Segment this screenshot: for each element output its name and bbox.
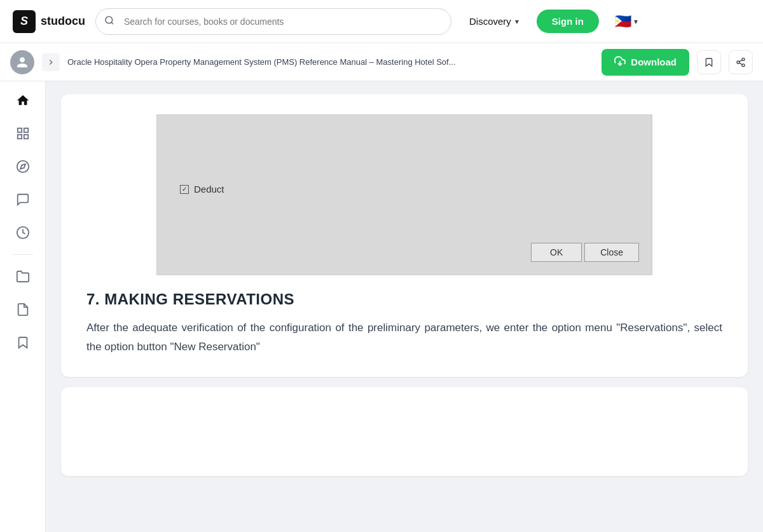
chevron-down-icon: ▾ bbox=[515, 17, 519, 26]
svg-point-4 bbox=[737, 61, 739, 64]
collapse-sidebar-button[interactable] bbox=[42, 53, 60, 71]
share-button[interactable] bbox=[729, 50, 753, 74]
dialog-empty-space bbox=[170, 200, 639, 238]
svg-point-3 bbox=[742, 58, 745, 60]
bookmark-button[interactable] bbox=[697, 50, 721, 74]
close-button[interactable]: Close bbox=[584, 243, 639, 262]
document-dialog-image: ✓ Deduct OK Close bbox=[156, 114, 652, 275]
sidebar-item-bookmarks[interactable] bbox=[9, 329, 37, 357]
deduct-checkbox[interactable]: ✓ bbox=[180, 185, 189, 194]
document-card-2 bbox=[61, 387, 748, 476]
section-body: After the adequate verification of the c… bbox=[86, 318, 722, 357]
svg-point-5 bbox=[742, 64, 745, 66]
sidebar-item-folders[interactable] bbox=[9, 263, 37, 290]
search-bar-container bbox=[95, 8, 451, 35]
sidebar-item-messages[interactable] bbox=[9, 186, 37, 214]
section-heading: 7. MAKING RESERVATIONS bbox=[86, 290, 722, 308]
svg-line-1 bbox=[111, 22, 113, 24]
logo-area[interactable]: S studocu bbox=[13, 10, 85, 33]
download-button[interactable]: Download bbox=[601, 49, 689, 76]
download-label: Download bbox=[631, 57, 677, 67]
main-content: ✓ Deduct OK Close 7. MAKING RESERVATIONS… bbox=[46, 81, 763, 532]
dialog-inner: ✓ Deduct OK Close bbox=[170, 128, 639, 262]
logo-icon: S bbox=[13, 10, 36, 33]
chevron-down-icon: ▾ bbox=[634, 17, 638, 26]
language-selector[interactable]: 🇵🇭 ▾ bbox=[609, 10, 643, 34]
sidebar-item-documents[interactable] bbox=[9, 296, 37, 324]
document-title: Oracle Hospitality Opera Property Manage… bbox=[67, 57, 594, 67]
ok-button[interactable]: OK bbox=[531, 243, 582, 262]
doc-toolbar: Oracle Hospitality Opera Property Manage… bbox=[0, 43, 763, 81]
svg-line-7 bbox=[739, 60, 743, 62]
sidebar-item-home[interactable] bbox=[9, 86, 37, 114]
dialog-content-space bbox=[170, 128, 639, 179]
svg-point-13 bbox=[17, 161, 28, 172]
svg-marker-14 bbox=[20, 164, 25, 169]
svg-line-6 bbox=[739, 63, 743, 65]
svg-rect-9 bbox=[17, 128, 21, 132]
sign-in-button[interactable]: Sign in bbox=[537, 10, 599, 33]
sidebar-item-library[interactable] bbox=[9, 119, 37, 147]
discovery-button[interactable]: Discovery ▾ bbox=[462, 11, 526, 32]
svg-rect-12 bbox=[17, 135, 21, 139]
search-icon bbox=[104, 15, 114, 28]
sidebar: Upload bbox=[0, 43, 46, 532]
dialog-buttons: OK Close bbox=[170, 243, 639, 262]
avatar bbox=[10, 50, 34, 74]
discovery-label: Discovery bbox=[469, 16, 511, 27]
download-cloud-icon bbox=[614, 55, 626, 69]
search-input[interactable] bbox=[95, 8, 451, 35]
flag-icon: 🇵🇭 bbox=[614, 13, 631, 30]
svg-rect-10 bbox=[24, 128, 27, 132]
sidebar-item-history[interactable] bbox=[9, 219, 37, 247]
svg-point-0 bbox=[106, 17, 113, 24]
checkbox-row: ✓ Deduct bbox=[170, 179, 639, 200]
sidebar-divider bbox=[13, 254, 33, 255]
top-navigation: S studocu Discovery ▾ Sign in 🇵🇭 ▾ bbox=[0, 0, 763, 43]
document-card-1: ✓ Deduct OK Close 7. MAKING RESERVATIONS… bbox=[61, 94, 748, 377]
sidebar-item-explore[interactable] bbox=[9, 153, 37, 181]
logo-text: studocu bbox=[41, 15, 85, 28]
svg-rect-11 bbox=[24, 135, 27, 139]
checkbox-label: Deduct bbox=[194, 184, 224, 194]
